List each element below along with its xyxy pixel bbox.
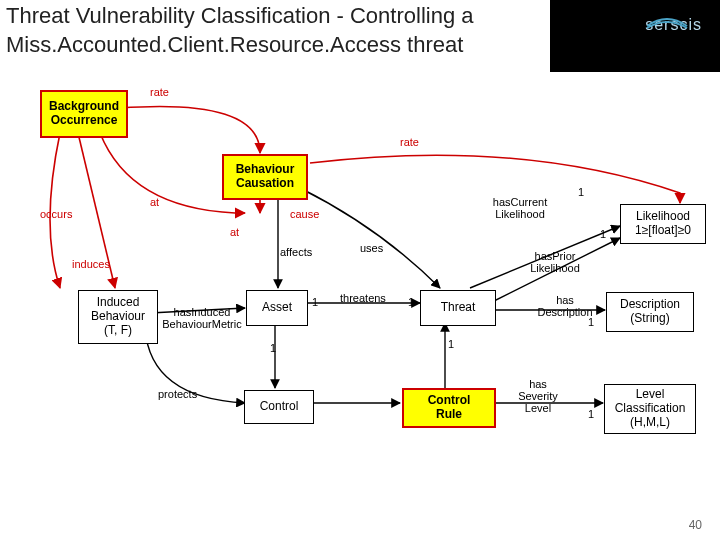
node-control-rule: ControlRule (402, 388, 496, 428)
node-background-occurrence: BackgroundOccurrence (40, 90, 128, 138)
node-asset: Asset (246, 290, 308, 326)
edge-uses: uses (360, 242, 383, 254)
diagram-stage: BackgroundOccurrence BehaviourCausation … (0, 78, 720, 518)
edge-at-1: at (150, 196, 159, 208)
edge-rate-1: rate (150, 86, 169, 98)
slide-title: Threat Vulnerability Classification - Co… (6, 2, 526, 59)
node-control: Control (244, 390, 314, 424)
brand-logo: serscis (645, 16, 702, 34)
node-level-classification: LevelClassification(H,M,L) (604, 384, 696, 434)
node-likelihood: Likelihood1≥[float]≥0 (620, 204, 706, 244)
mult-1f: 1 (448, 338, 454, 350)
edge-has-current: hasCurrentLikelihood (480, 196, 560, 220)
edge-occurs: occurs (40, 208, 72, 220)
edge-protects: protects (158, 388, 197, 400)
page-number: 40 (689, 518, 702, 532)
slide-header: Threat Vulnerability Classification - Co… (0, 0, 720, 72)
edge-has-induced: hasInducedBehaviourMetric (162, 306, 242, 330)
edge-induces: induces (72, 258, 110, 270)
mult-1e: 1 (588, 316, 594, 328)
logo-band: serscis (550, 0, 720, 72)
edge-has-severity: hasSeverityLevel (508, 378, 568, 414)
edge-has-description: hasDescription (530, 294, 600, 318)
mult-1h: 1 (408, 296, 414, 308)
node-threat: Threat (420, 290, 496, 326)
mult-1b: 1 (600, 228, 606, 240)
node-description: Description(String) (606, 292, 694, 332)
edge-affects: affects (280, 246, 312, 258)
edge-threatens: threatens (340, 292, 386, 304)
mult-1a: 1 (578, 186, 584, 198)
edge-at-2: at (230, 226, 239, 238)
mult-1g: 1 (588, 408, 594, 420)
mult-1c: 1 (312, 296, 318, 308)
edge-cause: cause (290, 208, 319, 220)
node-behaviour-causation: BehaviourCausation (222, 154, 308, 200)
node-induced-behaviour: InducedBehaviour(T, F) (78, 290, 158, 344)
mult-1d: 1 (270, 342, 276, 354)
edge-has-prior: hasPriorLikelihood (520, 250, 590, 274)
edge-rate-2: rate (400, 136, 419, 148)
